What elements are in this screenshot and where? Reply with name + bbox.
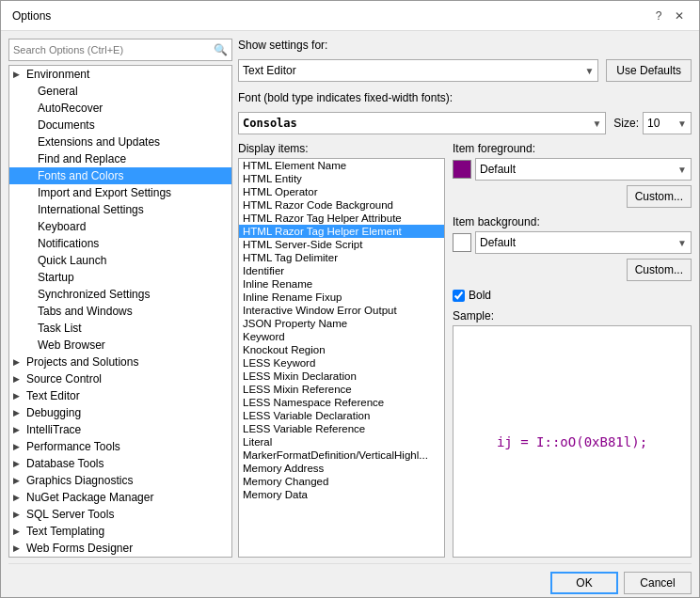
list-item[interactable]: Memory Changed	[239, 475, 444, 488]
tree-label: Import and Export Settings	[38, 186, 171, 199]
tree-label: Database Tools	[26, 457, 104, 470]
tree-item-startup[interactable]: Startup	[9, 269, 231, 286]
tree-item-syncsettings[interactable]: Synchronized Settings	[9, 286, 231, 303]
list-item[interactable]: LESS Variable Reference	[239, 422, 444, 435]
arrow-icon: ▶	[13, 442, 24, 451]
tree-item-extensions[interactable]: Extensions and Updates	[9, 134, 231, 150]
list-item[interactable]: LESS Namespace Reference	[239, 396, 444, 409]
list-item[interactable]: HTML Razor Tag Helper Attribute	[239, 212, 444, 225]
tree-item-sqlserver[interactable]: ▶ SQL Server Tools	[9, 506, 231, 523]
tree-item-findreplace[interactable]: Find and Replace	[9, 150, 231, 167]
tree-item-quicklaunch[interactable]: Quick Launch	[9, 252, 231, 269]
size-value: 10	[647, 117, 660, 130]
tree-label: Notifications	[38, 237, 99, 250]
background-swatch	[453, 233, 471, 252]
list-item[interactable]: Interactive Window Error Output	[239, 304, 444, 317]
cancel-button[interactable]: Cancel	[624, 572, 692, 594]
list-item[interactable]: Memory Address	[239, 462, 444, 475]
help-button[interactable]: ?	[650, 8, 667, 24]
background-dropdown[interactable]: Default ▼	[475, 231, 692, 254]
search-input[interactable]	[13, 44, 214, 55]
close-button[interactable]: ✕	[671, 8, 688, 24]
foreground-custom-button[interactable]: Custom...	[627, 185, 692, 208]
ok-button[interactable]: OK	[550, 572, 618, 594]
tree-label: Synchronized Settings	[38, 288, 150, 301]
background-row: Item background: Default ▼ Custom...	[453, 215, 692, 281]
show-settings-value: Text Editor	[243, 64, 296, 77]
tree-label: Keyboard	[38, 220, 86, 233]
tree-item-debugging[interactable]: ▶ Debugging	[9, 404, 231, 421]
show-settings-row: Show settings for:	[238, 39, 692, 52]
tree-item-webforms[interactable]: ▶ Web Forms Designer	[9, 540, 231, 557]
list-item[interactable]: Literal	[239, 435, 444, 448]
tree-item-fontscolors[interactable]: Fonts and Colors	[9, 167, 231, 184]
tree-label: IntelliTrace	[26, 423, 81, 436]
display-section: Display items: HTML Element Name HTML En…	[238, 142, 692, 558]
use-defaults-button[interactable]: Use Defaults	[606, 59, 692, 82]
list-item[interactable]: HTML Tag Delimiter	[239, 251, 444, 264]
tree-label: Environment	[26, 68, 89, 81]
list-item[interactable]: JSON Property Name	[239, 317, 444, 330]
list-item-selected[interactable]: HTML Razor Tag Helper Element	[239, 225, 444, 238]
show-settings-dropdown[interactable]: Text Editor ▼	[238, 59, 598, 82]
tree-item-autorecover[interactable]: AutoRecover	[9, 100, 231, 117]
tree-item-nuget[interactable]: ▶ NuGet Package Manager	[9, 489, 231, 506]
tree-item-sourcecontrol[interactable]: ▶ Source Control	[9, 370, 231, 387]
tree-item-notifications[interactable]: Notifications	[9, 235, 231, 252]
tree-item-documents[interactable]: Documents	[9, 117, 231, 134]
list-item[interactable]: Knockout Region	[239, 343, 444, 356]
list-item[interactable]: Inline Rename	[239, 277, 444, 291]
size-dropdown[interactable]: 10 ▼	[643, 112, 692, 134]
tree-item-environment[interactable]: ▶ Environment	[9, 66, 231, 83]
list-item[interactable]: MarkerFormatDefinition/VerticalHighl...	[239, 448, 444, 462]
background-value: Default	[480, 236, 516, 249]
tree-item-intellitrace[interactable]: ▶ IntelliTrace	[9, 421, 231, 438]
tree-item-international[interactable]: International Settings	[9, 201, 231, 218]
tree-item-texteditor[interactable]: ▶ Text Editor	[9, 387, 231, 404]
tree-label: Text Editor	[26, 389, 80, 402]
dropdown-arrow-icon: ▼	[584, 66, 594, 76]
tree-item-perftools[interactable]: ▶ Performance Tools	[9, 438, 231, 455]
tree-container[interactable]: ▶ Environment General AutoRecover Docume…	[8, 65, 232, 558]
foreground-dropdown-arrow-icon: ▼	[677, 165, 687, 175]
list-item[interactable]: Inline Rename Fixup	[239, 291, 444, 304]
list-item[interactable]: Identifier	[239, 264, 444, 277]
font-dropdown[interactable]: Consolas ▼	[238, 112, 606, 134]
display-items-list[interactable]: HTML Element Name HTML Entity HTML Opera…	[238, 158, 445, 558]
search-box[interactable]: 🔍	[8, 39, 232, 61]
list-item[interactable]: HTML Operator	[239, 185, 444, 198]
list-item[interactable]: Keyword	[239, 330, 444, 343]
foreground-dropdown[interactable]: Default ▼	[475, 158, 692, 181]
tree-label: Documents	[38, 118, 95, 132]
tree-item-importexport[interactable]: Import and Export Settings	[9, 184, 231, 201]
list-item[interactable]: LESS Variable Declaration	[239, 409, 444, 422]
tree-item-databasetools[interactable]: ▶ Database Tools	[9, 455, 231, 472]
tree-item-keyboard[interactable]: Keyboard	[9, 218, 231, 235]
tree-item-graphicsdiag[interactable]: ▶ Graphics Diagnostics	[9, 472, 231, 489]
list-item[interactable]: HTML Razor Code Background	[239, 198, 444, 212]
sample-text: ij = I::oO(0xB81l);	[497, 434, 647, 449]
font-value: Consolas	[243, 117, 297, 130]
list-item[interactable]: Memory Data	[239, 488, 444, 501]
list-item[interactable]: LESS Mixin Reference	[239, 383, 444, 396]
sample-box: ij = I::oO(0xB81l);	[453, 325, 692, 558]
list-item[interactable]: HTML Server-Side Script	[239, 238, 444, 251]
tree-item-tasklist[interactable]: Task List	[9, 320, 231, 337]
tree-item-tabswindows[interactable]: Tabs and Windows	[9, 303, 231, 320]
list-item[interactable]: LESS Keyword	[239, 356, 444, 370]
tree-item-texttemplating[interactable]: ▶ Text Templating	[9, 523, 231, 540]
tree-item-projects[interactable]: ▶ Projects and Solutions	[9, 354, 231, 370]
tree-label: Text Templating	[26, 525, 104, 538]
tree-item-webbrowser[interactable]: Web Browser	[9, 337, 231, 354]
arrow-icon: ▶	[13, 493, 24, 502]
background-custom-button[interactable]: Custom...	[627, 259, 692, 281]
bold-checkbox[interactable]	[453, 290, 465, 302]
title-bar: Options ? ✕	[1, 1, 699, 31]
tree-item-general[interactable]: General	[9, 83, 231, 100]
font-dropdown-arrow-icon: ▼	[592, 118, 601, 129]
list-item[interactable]: LESS Mixin Declaration	[239, 370, 444, 383]
list-item[interactable]: HTML Entity	[239, 172, 444, 185]
list-item[interactable]: HTML Element Name	[239, 159, 444, 172]
foreground-swatch	[453, 160, 471, 179]
background-label: Item background:	[453, 215, 692, 228]
